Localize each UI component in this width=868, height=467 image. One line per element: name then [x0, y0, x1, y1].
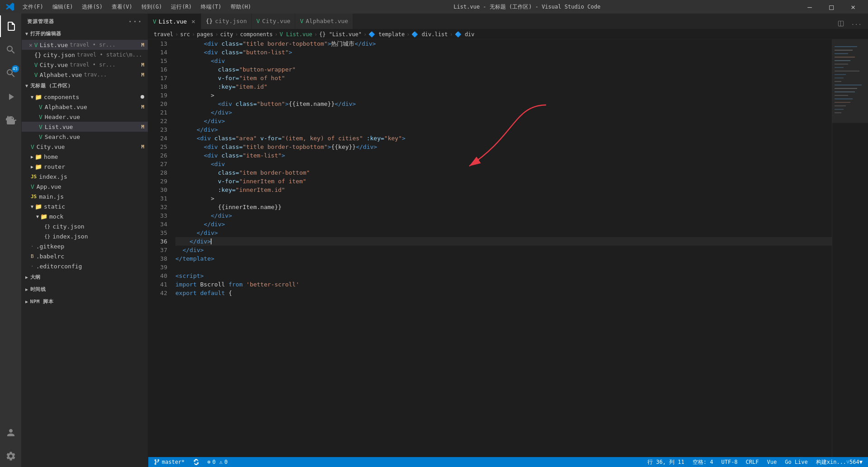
breadcrumb-travel[interactable]: travel: [154, 31, 173, 38]
tab-alphabet-vue[interactable]: V Alphabet.vue: [295, 14, 353, 29]
workspace-header[interactable]: 无标题 (工作区): [22, 80, 148, 92]
tree-main-js[interactable]: JS main.js: [22, 191, 148, 201]
npm-header[interactable]: NPM 脚本: [22, 295, 148, 308]
close-list-vue-icon[interactable]: ✕: [29, 42, 33, 48]
breadcrumb-components[interactable]: components: [240, 31, 273, 38]
settings-icon[interactable]: [0, 445, 22, 467]
tab-city-vue[interactable]: V City.vue: [252, 14, 295, 29]
tree-gitkeep[interactable]: · .gitkeep: [22, 241, 148, 251]
spaces-text: 空格: 4: [693, 458, 713, 466]
editor-content[interactable]: 13 14 15 16 17 18 19 20 21 22 23 24 25 2…: [148, 39, 868, 457]
outline-label: 大纲: [30, 274, 41, 281]
menu-terminal[interactable]: 终端(T): [197, 2, 225, 12]
tree-app-vue[interactable]: V App.vue: [22, 181, 148, 191]
account-icon[interactable]: [0, 422, 22, 443]
encoding[interactable]: UTF-8: [719, 459, 739, 465]
vue-file-icon: V: [34, 62, 38, 68]
tree-mock-folder[interactable]: 📁 mock: [22, 211, 148, 221]
go-live-text: Go Live: [785, 459, 808, 465]
open-editors-header[interactable]: 打开的编辑器: [22, 28, 148, 40]
tree-list-vue[interactable]: V List.vue M: [22, 122, 148, 132]
breadcrumb-div-list[interactable]: 🔷 div.list: [411, 31, 448, 38]
maximize-button[interactable]: □: [821, 0, 842, 14]
tree-router-folder[interactable]: 📁 router: [22, 162, 148, 172]
menu-goto[interactable]: 转到(G): [138, 2, 166, 12]
menu-help[interactable]: 帮助(H): [227, 2, 255, 12]
breadcrumb-list-vue[interactable]: V List.vue: [280, 31, 312, 38]
code-editor[interactable]: <div class="title border-topbottom">热门城市…: [171, 39, 832, 457]
sync-status[interactable]: [191, 459, 201, 465]
error-icon: ⊗: [208, 459, 211, 465]
sidebar-title: 资源管理器 ···: [22, 14, 148, 28]
split-editor-icon[interactable]: [836, 19, 846, 29]
tab-close-button[interactable]: ✕: [190, 18, 196, 25]
indent-size[interactable]: 空格: 4: [691, 458, 715, 466]
explorer-icon[interactable]: [0, 15, 22, 37]
line-ending[interactable]: CRLF: [744, 459, 761, 465]
breadcrumb-city[interactable]: city: [220, 31, 233, 38]
tree-index-js[interactable]: JS index.js: [22, 172, 148, 181]
close-button[interactable]: ✕: [843, 0, 863, 14]
breadcrumb-src[interactable]: src: [180, 31, 190, 38]
file-name: city.json: [52, 223, 84, 230]
menu-run[interactable]: 运行(R): [167, 2, 195, 12]
tree-index-json[interactable]: {} index.json: [22, 231, 148, 241]
tree-search-vue[interactable]: V Search.vue: [22, 132, 148, 142]
breadcrumb-pages[interactable]: pages: [197, 31, 213, 38]
menu-edit[interactable]: 编辑(E): [49, 2, 77, 12]
timeline-chevron: [25, 286, 28, 292]
go-live[interactable]: Go Live: [783, 459, 810, 465]
code-line-18: :key="item.id": [175, 82, 832, 91]
tab-city-json[interactable]: {} city.json: [201, 14, 252, 29]
cursor-position[interactable]: 行 36, 列 11: [646, 458, 686, 466]
code-line-19: >: [175, 91, 832, 100]
language-mode[interactable]: Vue: [765, 459, 778, 465]
titlebar-menu[interactable]: 文件(F) 编辑(E) 选择(S) 查看(V) 转到(G) 运行(R) 终端(T…: [19, 2, 255, 12]
error-status[interactable]: ⊗ 0 ⚠ 0: [206, 459, 230, 465]
outline-header[interactable]: 大纲: [22, 271, 148, 283]
breadcrumb-list-vue-symbol[interactable]: {} "List.vue": [319, 31, 362, 38]
line-ending-text: CRLF: [746, 459, 759, 465]
vue-icon: V: [39, 124, 42, 130]
tree-editorconfig[interactable]: · .editorconfig: [22, 261, 148, 271]
vue-tab-icon: V: [153, 18, 156, 25]
tree-home-folder[interactable]: 📁 home: [22, 152, 148, 162]
breadcrumb-div[interactable]: 🔷 div: [455, 31, 475, 38]
tree-static-folder[interactable]: 📁 static: [22, 201, 148, 211]
menu-select[interactable]: 选择(S): [78, 2, 106, 12]
minimize-button[interactable]: —: [799, 0, 820, 14]
file-name: Search.vue: [45, 133, 80, 140]
timeline-header[interactable]: 时间线: [22, 283, 148, 295]
tree-babelrc[interactable]: B .babelrc: [22, 251, 148, 261]
breadcrumb: travel › src › pages › city › components…: [148, 29, 868, 39]
source-control-icon[interactable]: 45: [0, 62, 22, 84]
more-actions-icon[interactable]: ···: [849, 20, 863, 29]
open-editor-city-json[interactable]: ✕ {} city.json travel • static\m...: [22, 50, 148, 60]
json-icon: {}: [44, 224, 50, 229]
menu-view[interactable]: 查看(V): [108, 2, 136, 12]
run-debug-icon[interactable]: [0, 86, 22, 108]
sidebar-more-icon[interactable]: ···: [128, 17, 142, 26]
json-file-icon: {}: [34, 52, 42, 58]
extensions-icon[interactable]: [0, 110, 22, 131]
minimap[interactable]: [832, 39, 868, 457]
breadcrumb-template[interactable]: 🔷 template: [368, 31, 405, 38]
search-icon[interactable]: [0, 39, 22, 61]
menu-file[interactable]: 文件(F): [19, 2, 47, 12]
git-branch-status[interactable]: master*: [152, 459, 187, 465]
folder-name: static: [44, 203, 65, 210]
tree-city-json[interactable]: {} city.json: [22, 221, 148, 231]
tab-list-vue[interactable]: V List.vue ✕: [148, 14, 201, 29]
tree-city-vue[interactable]: V City.vue M: [22, 142, 148, 152]
tree-components-folder[interactable]: 📁 components: [22, 92, 148, 102]
open-editor-city-vue[interactable]: ✕ V City.vue travel • sr... M: [22, 60, 148, 70]
outline-chevron: [25, 274, 28, 280]
tree-header-vue[interactable]: V Header.vue: [22, 112, 148, 122]
tree-alphabet-vue[interactable]: V Alphabet.vue M: [22, 102, 148, 112]
open-editor-alphabet-vue[interactable]: ✕ V Alphabet.vue trav... M: [22, 70, 148, 80]
window-controls[interactable]: — □ ✕: [799, 0, 863, 14]
open-editor-list-vue[interactable]: ✕ V List.vue travel • sr... M: [22, 40, 148, 50]
build-status[interactable]: 构建xin...⑂564▼: [814, 458, 864, 466]
tab-label: city.json: [215, 18, 247, 24]
file-name: .gitkeep: [36, 243, 65, 250]
